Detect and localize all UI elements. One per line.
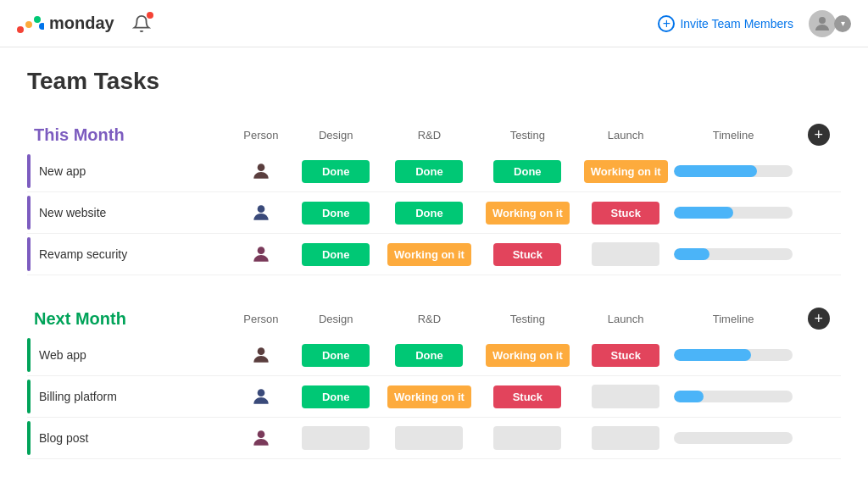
person-avatar [248,342,274,368]
status-badge: Working on it [486,344,570,367]
testing-cell[interactable]: Stuck [476,234,579,275]
timeline-bar [674,165,792,177]
status-badge: Stuck [592,344,659,367]
row-border [27,338,31,372]
row-border [27,154,31,188]
design-cell[interactable]: Done [289,192,382,234]
status-badge: Done [302,385,370,408]
col-header-rd: R&D [382,119,476,151]
svg-point-0 [17,26,24,33]
design-cell[interactable]: Done [289,335,382,376]
task-name: Revamp security [39,247,141,261]
rd-cell[interactable]: Done [382,192,476,234]
status-badge: Done [493,160,561,183]
col-header-rd-2: R&D [382,302,476,335]
table-row: Billing platform Done Wo [27,376,841,418]
notification-bell[interactable] [128,10,155,37]
testing-cell[interactable]: Stuck [476,376,579,418]
launch-cell[interactable]: Stuck [579,335,672,376]
timeline-cell[interactable] [672,376,793,418]
person-cell [233,192,289,234]
table-row: Blog post [27,418,841,459]
launch-cell[interactable] [579,376,672,418]
launch-cell[interactable]: Working on it [579,151,672,192]
col-header-testing: Testing [476,119,579,151]
timeline-cell[interactable] [672,192,793,234]
svg-point-5 [258,164,265,171]
svg-point-1 [25,21,32,28]
status-badge: Stuck [493,385,561,408]
launch-cell[interactable]: Stuck [579,192,672,234]
person-avatar [248,241,274,267]
invite-label: Invite Team Members [680,17,793,30]
notification-dot [147,12,153,19]
timeline-cell[interactable] [672,151,793,192]
timeline-bar [674,349,792,361]
design-cell[interactable] [289,418,382,459]
status-badge: Done [395,344,463,367]
col-header-timeline: Timeline [672,119,793,151]
col-header-person: Person [233,119,289,151]
avatar-group[interactable]: ▾ [807,8,851,39]
table-row: New website Done Done [27,192,841,234]
task-name: Billing platform [39,390,141,403]
status-empty [592,242,659,266]
status-badge: Working on it [387,243,471,266]
launch-cell[interactable] [579,234,672,275]
svg-point-8 [258,347,265,355]
this-month-title: This Month [34,125,125,144]
col-header-launch-2: Launch [579,302,672,335]
svg-point-2 [34,16,41,23]
timeline-cell[interactable] [672,335,793,376]
col-header-design: Design [289,119,382,151]
timeline-bar [674,391,792,402]
rd-cell[interactable] [382,418,476,459]
person-avatar [248,158,274,184]
add-column-button-this-month[interactable]: + [808,124,830,146]
col-header-design-2: Design [289,302,382,335]
rd-cell[interactable]: Done [382,151,476,192]
status-badge: Stuck [592,202,659,225]
status-badge: Done [302,202,370,225]
rd-cell[interactable]: Working on it [382,376,476,418]
timeline-cell[interactable] [672,234,793,275]
status-empty [395,426,463,450]
this-month-table: This Month Person Design R&D Testing Lau… [27,119,841,275]
page-title: Team Tasks [27,68,841,95]
person-cell [233,418,289,459]
status-empty [493,426,561,450]
rd-cell[interactable]: Working on it [382,234,476,275]
col-header-person-2: Person [233,302,289,335]
timeline-bar [674,432,792,444]
testing-cell[interactable]: Working on it [476,335,579,376]
timeline-fill [674,165,757,177]
header-right: + Invite Team Members ▾ [658,8,851,39]
add-column-button-next-month[interactable]: + [808,308,830,330]
person-avatar [248,384,274,409]
logo-text: monday [49,14,114,33]
testing-cell[interactable]: Working on it [476,192,579,234]
testing-cell[interactable] [476,418,579,459]
avatar-dropdown[interactable]: ▾ [834,15,851,32]
timeline-cell[interactable] [672,418,793,459]
timeline-bar [674,248,792,260]
col-header-testing-2: Testing [476,302,579,335]
status-badge: Done [395,202,463,225]
design-cell[interactable]: Done [289,234,382,275]
invite-team-button[interactable]: + Invite Team Members [658,15,793,32]
task-name: Blog post [39,431,141,445]
person-avatar [248,200,274,225]
timeline-fill [674,248,709,260]
status-empty [592,385,659,408]
timeline-bar [674,207,792,219]
rd-cell[interactable]: Done [382,335,476,376]
launch-cell[interactable] [579,418,672,459]
testing-cell[interactable]: Done [476,151,579,192]
col-header-timeline-2: Timeline [672,302,793,335]
design-cell[interactable]: Done [289,376,382,418]
design-cell[interactable]: Done [289,151,382,192]
logo-dots [17,14,44,33]
person-cell [233,151,289,192]
row-border [27,237,31,271]
person-cell [233,234,289,275]
